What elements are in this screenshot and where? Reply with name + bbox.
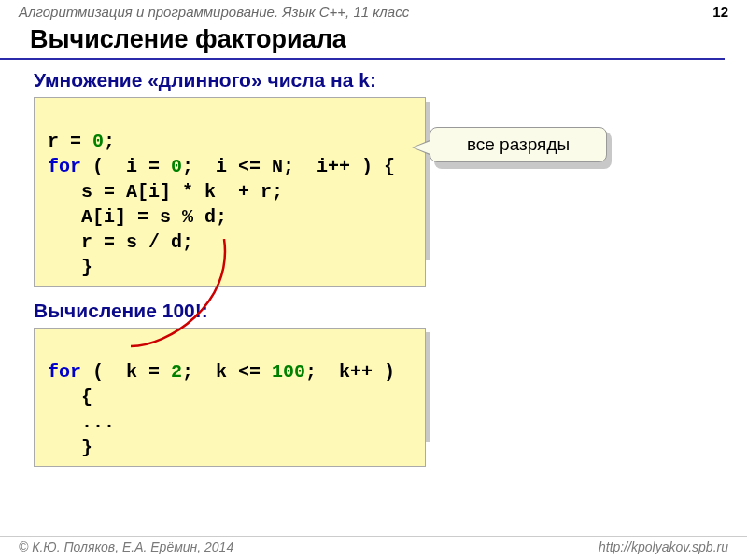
code-text: r = s / d; — [48, 231, 193, 253]
course-title: Алгоритмизация и программирование. Язык … — [19, 4, 409, 20]
code-number: 2 — [171, 361, 182, 383]
callout-wrap: все разряды — [430, 127, 607, 162]
footer-url: http://kpolyakov.spb.ru — [599, 537, 728, 554]
code-number: 0 — [171, 156, 182, 177]
codebox2: for ( k = 2; k <= 100; k++ ) { ... } — [34, 328, 426, 467]
code-number: 0 — [92, 131, 104, 152]
code-text: s = A[i] * k + r; — [48, 181, 283, 203]
slide-title: Вычисление факториала — [0, 21, 725, 60]
codebox1: r = 0; for ( i = 0; i <= N; i++ ) { s = … — [34, 97, 426, 287]
codebox2-wrap: for ( k = 2; k <= 100; k++ ) { ... } — [34, 328, 426, 467]
page-number: 12 — [712, 4, 728, 20]
code-text: ; i <= N; i++ ) { — [182, 156, 395, 177]
code-text: ; k <= — [182, 361, 272, 383]
code-keyword: for — [48, 156, 81, 177]
section2-heading: Вычисление 100!: — [0, 287, 747, 328]
code-text: ( i = — [81, 156, 171, 177]
footer: © К.Ю. Поляков, Е.А. Ерёмин, 2014 http:/… — [0, 536, 747, 554]
code-text: r = — [48, 131, 92, 152]
section1-heading: Умножение «длинного» числа на k: — [0, 60, 747, 97]
code-text: } — [48, 257, 92, 278]
code-number: 100 — [272, 361, 305, 383]
footer-copyright: © К.Ю. Поляков, Е.А. Ерёмин, 2014 — [19, 537, 233, 554]
codebox1-wrap: r = 0; for ( i = 0; i <= N; i++ ) { s = … — [34, 97, 426, 287]
code-keyword: for — [48, 361, 81, 383]
header-bar: Алгоритмизация и программирование. Язык … — [0, 0, 747, 21]
code-text: A[i] = s % d; — [48, 206, 227, 228]
callout: все разряды — [430, 127, 607, 162]
code-text: ; — [104, 131, 115, 152]
code-text: ( k = — [81, 361, 171, 383]
code-text: ; k++ ) — [305, 361, 395, 383]
code-text: { — [48, 386, 92, 408]
code-text: } — [48, 437, 92, 458]
code-text: ... — [48, 412, 115, 433]
